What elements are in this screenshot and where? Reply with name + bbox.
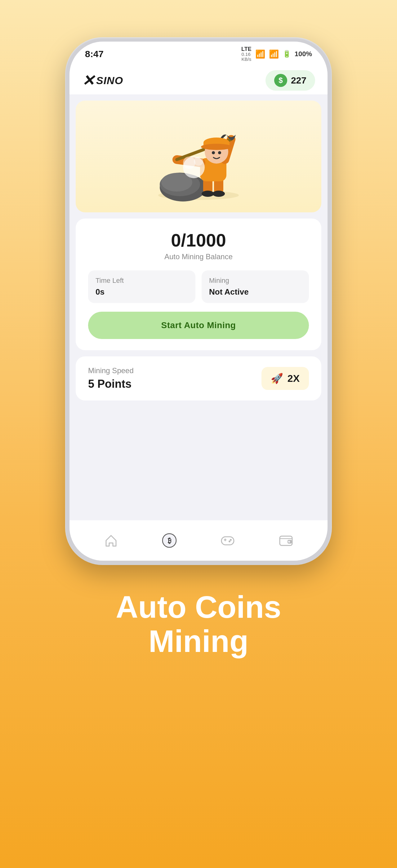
speed-text: 0.16KB/s: [242, 52, 252, 62]
speed-boost-badge[interactable]: 🚀 2X: [261, 367, 309, 390]
svg-point-27: [229, 540, 230, 542]
footer-text: Auto Coins Mining: [116, 590, 281, 658]
balance-badge: $ 227: [265, 70, 315, 91]
nav-item-games[interactable]: [212, 528, 243, 553]
status-bar: 8:47 LTE 0.16KB/s 📶 📶 🔋 100%: [69, 41, 328, 66]
speed-card: Mining Speed 5 Points 🚀 2X: [76, 356, 321, 400]
svg-point-30: [288, 541, 290, 542]
status-time: 8:47: [85, 49, 104, 59]
signal-icon: 📶: [269, 49, 279, 59]
nav-item-mining[interactable]: ₿: [154, 528, 185, 553]
wallet-icon: [279, 534, 293, 547]
battery-icon: 🔋: [283, 50, 291, 58]
svg-point-7: [212, 191, 225, 197]
balance-amount: 227: [291, 75, 306, 86]
svg-point-16: [212, 151, 215, 154]
bottom-navigation: ₿: [69, 520, 328, 561]
stats-card: 0/1000 Auto Mining Balance Time Left 0s …: [76, 219, 321, 350]
boost-label: 2X: [288, 373, 300, 384]
home-icon: [104, 534, 118, 547]
wifi-icon: 📶: [255, 49, 265, 59]
svg-point-20: [194, 156, 203, 166]
nav-item-wallet[interactable]: [270, 528, 301, 553]
speed-label: Mining Speed: [88, 366, 134, 375]
mining-status-value: Not Active: [209, 287, 301, 297]
time-left-label: Time Left: [96, 277, 188, 285]
svg-point-15: [201, 144, 232, 150]
miner-svg: [146, 112, 251, 202]
mining-illustration: [76, 101, 321, 212]
logo-sino-text: SINO: [96, 74, 123, 87]
speed-value: 5 Points: [88, 377, 134, 391]
time-left-box: Time Left 0s: [88, 270, 195, 303]
phone-frame: 8:47 LTE 0.16KB/s 📶 📶 🔋 100% ✕ SINO: [65, 37, 332, 565]
empty-content-area: [69, 407, 328, 520]
phone-outer-shell: 8:47 LTE 0.16KB/s 📶 📶 🔋 100% ✕ SINO: [65, 37, 332, 565]
phone-inner: 8:47 LTE 0.16KB/s 📶 📶 🔋 100% ✕ SINO: [69, 41, 328, 561]
svg-point-19: [183, 156, 195, 169]
mining-balance: 0/1000 Auto Mining Balance: [88, 230, 309, 261]
svg-point-6: [202, 191, 214, 197]
time-mining-row: Time Left 0s Mining Not Active: [88, 270, 309, 303]
mining-status-label: Mining: [209, 277, 301, 285]
time-left-value: 0s: [96, 287, 188, 297]
rocket-icon: 🚀: [271, 373, 283, 384]
bitcoin-cloud-icon: ₿: [162, 533, 177, 548]
nav-item-home[interactable]: [96, 528, 127, 553]
svg-point-26: [230, 539, 232, 541]
svg-rect-23: [222, 537, 234, 545]
footer-line1: Auto Coins: [116, 590, 281, 624]
lte-icon: LTE: [241, 46, 252, 52]
app-logo: ✕ SINO: [82, 72, 123, 89]
svg-point-17: [218, 151, 221, 154]
balance-label: Auto Mining Balance: [88, 252, 309, 261]
app-header: ✕ SINO $ 227: [69, 66, 328, 94]
status-icons: LTE 0.16KB/s 📶 📶 🔋 100%: [241, 46, 312, 62]
dollar-icon: $: [274, 74, 287, 87]
logo-x-icon: ✕: [82, 72, 94, 89]
gamepad-icon: [220, 534, 235, 547]
start-mining-button[interactable]: Start Auto Mining: [88, 312, 309, 339]
balance-fraction: 0/1000: [88, 230, 309, 251]
speed-info: Mining Speed 5 Points: [88, 366, 134, 391]
footer-line2: Mining: [116, 624, 281, 658]
battery-percent: 100%: [295, 50, 312, 58]
svg-text:₿: ₿: [168, 537, 171, 545]
main-content: 0/1000 Auto Mining Balance Time Left 0s …: [69, 94, 328, 561]
mining-status-box: Mining Not Active: [202, 270, 309, 303]
